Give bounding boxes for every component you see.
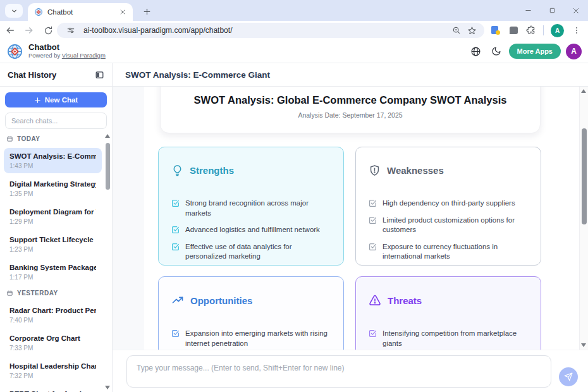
swot-item: Expansion into emerging markets with ris… [171, 329, 331, 348]
chat-history-item[interactable]: PERT Chart for App Launch [4, 386, 102, 392]
new-chat-label: New Chat [45, 96, 78, 104]
send-button[interactable] [559, 367, 578, 386]
scrollbar-thumb[interactable] [106, 143, 110, 190]
user-avatar[interactable]: A [566, 44, 582, 59]
chat-history-item[interactable]: Corporate Org Chart 7:33 PM [4, 330, 102, 355]
checkbox-check-icon [369, 329, 377, 338]
app-title: Chatbot [28, 43, 106, 52]
new-chat-button[interactable]: New Chat [5, 92, 107, 107]
chat-history-item[interactable]: Radar Chart: Product Perfor... 7:40 PM [4, 302, 102, 328]
app-header: Chatbot Powered by Visual Paradigm More … [0, 40, 588, 63]
main-scrollbar[interactable] [579, 87, 588, 350]
language-globe-icon[interactable] [469, 44, 484, 59]
swot-card-title: Weaknesses [387, 165, 444, 176]
swot-analysis-date: Analysis Date: September 17, 2025 [161, 111, 540, 119]
message-input[interactable] [126, 355, 551, 388]
swot-item: Effective use of data analytics for pers… [171, 242, 331, 262]
chat-messages-area[interactable]: SWOT Analysis: Global E-Commerce Company… [113, 87, 588, 350]
scroll-down-arrow[interactable] [105, 386, 110, 389]
scroll-up-arrow[interactable] [581, 89, 586, 93]
checkbox-check-icon [369, 199, 377, 207]
plus-icon [34, 97, 41, 104]
close-window-button[interactable] [564, 0, 588, 21]
search-chats-input[interactable] [5, 113, 107, 129]
swot-document-title: SWOT Analysis: Global E-Commerce Company… [161, 94, 540, 106]
browser-tab-strip: Chatbot [0, 0, 588, 21]
shield-alert-icon [369, 164, 381, 176]
alert-triangle-icon [369, 294, 381, 307]
swot-card-threats: Threats Intensifying competition from ma… [355, 276, 541, 350]
scroll-up-arrow[interactable] [105, 134, 110, 138]
sidebar-scrollbar[interactable] [105, 132, 111, 392]
tab-close-icon[interactable] [118, 7, 128, 17]
scrollbar-thumb[interactable] [582, 128, 587, 224]
swot-card-title: Opportunities [190, 295, 252, 306]
chat-history-item[interactable]: Support Ticket Lifecycle 1:23 PM [4, 231, 102, 257]
browser-window: Chatbot [0, 0, 588, 392]
powered-by: Powered by Visual Paradigm [28, 52, 106, 59]
swot-card-title: Strengths [190, 165, 234, 176]
sidebar-title: Chat History [8, 70, 56, 80]
chat-history-item[interactable]: Digital Marketing Strategy M... 1:35 PM [4, 176, 102, 201]
swot-item: Exposure to currency fluctuations in int… [369, 242, 528, 262]
paper-plane-icon [564, 372, 573, 381]
visual-paradigm-link[interactable]: Visual Paradigm [62, 52, 106, 59]
browser-menu-icon[interactable] [568, 22, 585, 39]
bookmark-star-icon[interactable] [464, 23, 479, 37]
conversation-title: SWOT Analysis: E-Commerce Giant [125, 70, 270, 80]
calendar-icon [6, 135, 13, 142]
chat-history-list: TODAY SWOT Analysis: E-Commerce... 1:43 … [0, 130, 112, 392]
chat-main-panel: SWOT Analysis: E-Commerce Giant SWOT Ana… [113, 63, 588, 392]
minimize-button[interactable] [516, 0, 540, 21]
checkbox-check-icon [369, 243, 377, 251]
browser-profile-avatar[interactable]: A [551, 24, 564, 37]
checkbox-check-icon [171, 199, 180, 207]
chat-history-item[interactable]: Banking System Package Dia... 1:17 PM [4, 259, 102, 285]
tab-search-button[interactable] [5, 4, 23, 18]
chat-history-item[interactable]: SWOT Analysis: E-Commerce... 1:43 PM [4, 148, 102, 173]
app-header-actions: More Apps A [469, 44, 582, 59]
site-settings-icon[interactable] [63, 23, 78, 37]
extensions-puzzle-icon[interactable] [522, 22, 540, 39]
section-header-today: TODAY [6, 135, 106, 142]
forward-button[interactable] [20, 22, 38, 39]
new-tab-button[interactable] [140, 4, 154, 18]
browser-tab-chatbot[interactable]: Chatbot [28, 3, 133, 21]
site-favicon [34, 8, 43, 16]
extensions-zone: A [487, 21, 588, 40]
more-apps-button[interactable]: More Apps [509, 44, 561, 59]
back-button[interactable] [1, 22, 19, 39]
conversation-header: SWOT Analysis: E-Commerce Giant [113, 63, 588, 87]
swot-card-weaknesses: Weaknesses High dependency on third-part… [355, 147, 541, 266]
swot-card-title: Threats [388, 295, 422, 306]
chat-history-item[interactable]: Deployment Diagram for Vid... 1:29 PM [4, 204, 102, 229]
checkbox-check-icon [369, 216, 377, 224]
browser-toolbar: ai-toolbox.visual-paradigm.com/app/chatb… [0, 21, 588, 40]
message-composer [113, 350, 588, 392]
address-bar[interactable]: ai-toolbox.visual-paradigm.com/app/chatb… [57, 23, 484, 38]
trending-up-icon [171, 294, 184, 307]
toolbar-separator [543, 25, 544, 35]
extension-chat-icon[interactable] [505, 22, 522, 39]
swot-item: Intensifying competition from marketplac… [369, 329, 528, 348]
swot-item: Limited product customization options fo… [369, 216, 528, 235]
swot-document-header-card: SWOT Analysis: Global E-Commerce Company… [160, 87, 541, 133]
window-controls [516, 0, 588, 21]
chat-history-item[interactable]: Hospital Leadership Chart 7:32 PM [4, 358, 102, 383]
tab-title: Chatbot [47, 8, 113, 16]
swot-card-opportunities: Opportunities Expansion into emerging ma… [158, 276, 344, 350]
dark-mode-moon-icon[interactable] [489, 44, 504, 59]
maximize-button[interactable] [540, 0, 564, 21]
checkbox-check-icon [171, 226, 180, 234]
reload-button[interactable] [39, 22, 57, 39]
app-title-block: Chatbot Powered by Visual Paradigm [28, 43, 106, 59]
extension-colored-icon[interactable] [487, 22, 505, 39]
collapse-sidebar-icon[interactable] [95, 70, 104, 80]
app-body: Chat History New Chat TODAY [0, 63, 588, 392]
assistant-message: SWOT Analysis: Global E-Commerce Company… [144, 87, 579, 350]
zoom-icon[interactable] [449, 23, 464, 37]
swot-card-strengths: Strengths Strong brand recognition acros… [158, 147, 344, 266]
scroll-down-arrow[interactable] [581, 343, 586, 347]
calendar-icon [6, 290, 13, 297]
swot-item: High dependency on third-party suppliers [369, 199, 528, 209]
